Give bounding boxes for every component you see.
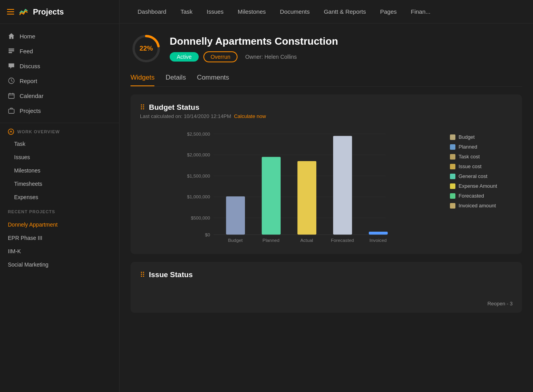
owner-text: Owner: Helen Collins <box>245 54 297 60</box>
feed-icon <box>8 47 15 54</box>
legend-expenseamount: Expense Amount <box>450 183 513 189</box>
sidebar-header: Projects <box>0 0 119 24</box>
legend-taskcost: Task cost <box>450 154 513 160</box>
work-overview-section: WORK OVERVIEW <box>0 123 119 137</box>
tab-details[interactable]: Details <box>165 74 186 86</box>
sidebar-item-feed[interactable]: Feed <box>0 44 119 58</box>
svg-rect-0 <box>9 49 14 50</box>
sidebar-nav: Home Feed Discuss Report <box>0 24 119 123</box>
recent-projects-section: RECENT PROJECTS <box>0 204 119 218</box>
recent-item-social[interactable]: Social Marketing <box>0 258 119 271</box>
svg-rect-27 <box>333 136 352 235</box>
main-content: Dashboard Task Issues Milestones Documen… <box>120 0 533 392</box>
chart-area: $2,500,000 $2,000,000 $1,500,000 $1,000,… <box>140 126 438 245</box>
progress-ring: 22% <box>131 33 162 64</box>
badge-active: Active <box>170 52 199 62</box>
budget-status-title: Budget Status <box>149 103 199 112</box>
circle-up-icon <box>8 129 14 135</box>
legend-generalcost: General cost <box>450 173 513 179</box>
sidebar-item-issues[interactable]: Issues <box>0 151 119 164</box>
project-title: Donnelly Apartments Construction <box>170 35 522 47</box>
home-icon <box>8 33 15 40</box>
svg-rect-4 <box>9 94 14 99</box>
topnav-dashboard[interactable]: Dashboard <box>131 0 173 24</box>
sidebar-item-discuss[interactable]: Discuss <box>0 58 119 73</box>
topnav-finan[interactable]: Finan... <box>404 0 437 24</box>
recent-item-iim[interactable]: IIM-K <box>0 245 119 258</box>
page-tabs: Widgets Details Comments <box>131 74 522 87</box>
svg-rect-28 <box>369 232 388 235</box>
chart-wrapper: $2,500,000 $2,000,000 $1,500,000 $1,000,… <box>140 126 513 245</box>
svg-point-9 <box>8 129 14 134</box>
progress-percent: 22% <box>140 45 153 53</box>
legend-color-generalcost <box>450 174 455 179</box>
svg-text:$2,500,000: $2,500,000 <box>187 131 210 136</box>
budget-chart: $2,500,000 $2,000,000 $1,500,000 $1,000,… <box>140 126 438 244</box>
svg-text:Forecasted: Forecasted <box>331 238 354 243</box>
grid-icon: ⠿ <box>140 103 145 112</box>
svg-text:$1,000,000: $1,000,000 <box>187 194 210 199</box>
issue-status-content: Reopen - 3 <box>140 281 513 304</box>
sidebar-item-task[interactable]: Task <box>0 137 119 151</box>
recent-projects-label: RECENT PROJECTS <box>8 209 111 214</box>
topnav-task[interactable]: Task <box>173 0 199 24</box>
report-icon <box>8 77 15 84</box>
legend-planned: Planned <box>450 144 513 150</box>
legend-issuecost: Issue cost <box>450 163 513 169</box>
top-nav: Dashboard Task Issues Milestones Documen… <box>120 0 533 24</box>
svg-rect-26 <box>297 161 316 235</box>
tab-widgets[interactable]: Widgets <box>131 74 154 86</box>
calendar-icon <box>8 92 15 99</box>
calculate-now-link[interactable]: Calculate now <box>234 113 266 119</box>
reopen-badge: Reopen - 3 <box>488 301 513 307</box>
svg-text:Actual: Actual <box>300 238 313 243</box>
sidebar-item-expenses[interactable]: Expenses <box>0 191 119 204</box>
legend-invoiced: Invoiced amount <box>450 203 513 209</box>
project-info: Donnelly Apartments Construction Active … <box>170 35 522 62</box>
project-badges: Active Overrun Owner: Helen Collins <box>170 51 522 62</box>
hamburger-icon[interactable] <box>7 9 14 15</box>
sidebar-item-timesheets[interactable]: Timesheets <box>0 177 119 191</box>
sidebar-item-report[interactable]: Report <box>0 73 119 88</box>
recent-item-donnely[interactable]: Donnely Appartment <box>0 218 119 231</box>
legend-forecasted: Forecasted <box>450 193 513 199</box>
badge-overrun: Overrun <box>203 51 237 62</box>
legend-color-planned <box>450 144 455 150</box>
svg-rect-8 <box>9 109 14 113</box>
legend-color-expense <box>450 183 455 189</box>
budget-status-header: ⠿ Budget Status <box>140 103 513 112</box>
sidebar-item-calendar[interactable]: Calendar <box>0 88 119 103</box>
svg-text:Budget: Budget <box>228 238 243 243</box>
topnav-pages[interactable]: Pages <box>373 0 404 24</box>
budget-status-subtitle: Last calculated on: 10/14/2020 12:14PM C… <box>140 113 513 119</box>
svg-text:$1,500,000: $1,500,000 <box>187 173 210 178</box>
issue-status-card: ⠿ Issue Status Reopen - 3 <box>131 262 522 313</box>
sidebar: Projects Home Feed Discuss <box>0 0 120 392</box>
topnav-gantt[interactable]: Gantt & Reports <box>317 0 373 24</box>
issue-status-title: Issue Status <box>149 270 193 279</box>
svg-rect-25 <box>262 157 281 234</box>
topnav-issues[interactable]: Issues <box>199 0 230 24</box>
work-overview-label: WORK OVERVIEW <box>8 129 111 135</box>
topnav-milestones[interactable]: Milestones <box>231 0 273 24</box>
tab-comments[interactable]: Comments <box>197 74 229 86</box>
legend-color-invoiced <box>450 203 455 209</box>
chart-legend: Budget Planned Task cost Issue cost <box>450 126 513 209</box>
legend-color-taskcost <box>450 154 455 160</box>
discuss-icon <box>8 62 15 69</box>
content-area: 22% Donnelly Apartments Construction Act… <box>120 24 533 392</box>
svg-text:Invoiced: Invoiced <box>370 238 387 243</box>
svg-rect-2 <box>9 52 12 53</box>
legend-color-budget <box>450 134 455 140</box>
briefcase-icon <box>8 107 15 114</box>
svg-text:$0: $0 <box>205 232 210 237</box>
topnav-documents[interactable]: Documents <box>273 0 317 24</box>
recent-item-epr[interactable]: EPR Phase III <box>0 231 119 245</box>
legend-color-issuecost <box>450 164 455 169</box>
svg-text:$2,000,000: $2,000,000 <box>187 152 210 157</box>
svg-text:$500,000: $500,000 <box>191 215 210 220</box>
sidebar-item-milestones[interactable]: Milestones <box>0 164 119 177</box>
sidebar-item-home[interactable]: Home <box>0 29 119 44</box>
budget-status-card: ⠿ Budget Status Last calculated on: 10/1… <box>131 94 522 254</box>
sidebar-item-projects[interactable]: Projects <box>0 103 119 118</box>
